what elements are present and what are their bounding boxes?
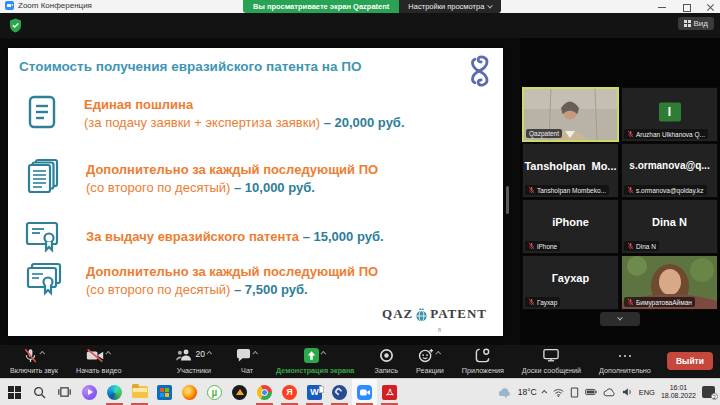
time: 16:01	[661, 384, 696, 392]
edge-app-button[interactable]	[102, 379, 127, 405]
documents-stack-icon	[24, 158, 62, 200]
acrobat-app-button[interactable]	[377, 379, 402, 405]
task-view-icon	[58, 386, 71, 398]
view-settings-button[interactable]: Настройки просмотра	[399, 0, 501, 13]
window-title: Zoom Конференция	[18, 1, 92, 10]
sidebar-resize-handle[interactable]	[506, 186, 509, 214]
chevron-down-icon	[617, 315, 623, 321]
muted-mic-icon	[528, 242, 535, 250]
word-icon: W	[307, 385, 322, 400]
participant-tile-sormanova[interactable]: s.ormanova@q... s.ormanova@qolday.kz	[621, 143, 718, 198]
chevron-up-icon[interactable]	[39, 351, 45, 357]
participants-icon	[176, 348, 193, 362]
yandex-app-button[interactable]: Я	[277, 379, 302, 405]
chrome-icon	[257, 385, 272, 400]
close-button[interactable]	[706, 3, 714, 11]
minimize-button[interactable]	[658, 3, 666, 11]
collapse-gallery-button[interactable]	[600, 312, 640, 326]
avatar: I	[659, 102, 681, 121]
reactions-icon	[418, 348, 434, 363]
phone-link-icon[interactable]	[570, 387, 579, 398]
fee-detail: (со второго по десятый)	[86, 282, 234, 297]
maximize-button[interactable]	[682, 3, 690, 11]
chat-button[interactable]: Чат	[230, 345, 264, 378]
word-app-button[interactable]: W	[302, 379, 327, 405]
whiteboards-button[interactable]: Доски сообщений	[516, 345, 587, 378]
chevron-up-icon[interactable]	[106, 351, 112, 357]
apps-button[interactable]: Приложения	[456, 345, 510, 378]
participant-tile-aruzhan[interactable]: I Aruzhan Ulkhanova Q...	[621, 87, 718, 142]
fee-heading: Единая пошлина	[84, 97, 193, 112]
store-app-button[interactable]	[152, 379, 177, 405]
onedrive-icon[interactable]	[603, 388, 616, 397]
view-button[interactable]: Вид	[678, 17, 714, 30]
chevron-up-icon[interactable]	[436, 351, 442, 357]
participant-tile-qazpatent[interactable]: Qazpatent	[522, 87, 619, 142]
participant-tile-tansholpan[interactable]: Tansholpan Mo... Tansholpan Mombeko...	[522, 143, 619, 198]
participant-name: БимуратоваАйман	[636, 299, 692, 306]
certificate-icon	[24, 216, 62, 258]
muted-mic-icon	[627, 186, 634, 194]
chrome-app-button[interactable]	[252, 379, 277, 405]
participant-tile-gaukhar[interactable]: Гаухар Гаухар	[522, 255, 619, 310]
muted-mic-icon	[528, 298, 535, 306]
muted-mic-icon	[627, 242, 634, 250]
participants-button[interactable]: 20 Участники	[170, 345, 218, 378]
fee-heading: Дополнительно за каждый последующий ПО	[86, 264, 378, 279]
temperature[interactable]: 18°C	[518, 387, 537, 397]
language-indicator[interactable]: ENG	[639, 388, 655, 397]
notification-badge: 2	[711, 393, 718, 400]
unmute-button[interactable]: Включить звук	[4, 345, 64, 378]
weather-icon[interactable]	[498, 387, 512, 398]
grid-view-icon	[684, 20, 691, 27]
certificates-stack-icon	[24, 260, 62, 302]
alice-app-button[interactable]	[77, 379, 102, 405]
viewing-screen-banner[interactable]: Вы просматриваете экран Qazpatent	[243, 0, 399, 13]
zoom-icon	[357, 385, 372, 400]
utorrent-icon: µ	[207, 385, 222, 400]
notification-center-icon[interactable]: 2	[702, 386, 715, 398]
participant-tile-dina[interactable]: Dina N Dina N	[621, 199, 718, 254]
system-tray: 18°C ENG 16:01 18.08.2022 2	[498, 384, 720, 400]
fee-amount: – 10,000 руб.	[234, 180, 315, 195]
record-button[interactable]: Запись	[368, 345, 404, 378]
participant-tile-iphone[interactable]: iPhone iPhone	[522, 199, 619, 254]
chevron-up-icon[interactable]	[321, 351, 327, 357]
search-button[interactable]	[27, 379, 52, 405]
video-off-icon	[86, 348, 104, 363]
battery-icon[interactable]	[585, 388, 597, 396]
aimp-app-button[interactable]	[227, 379, 252, 405]
participant-count: 20	[196, 349, 205, 359]
wifi-icon[interactable]	[553, 388, 564, 397]
fee-item: Дополнительно за каждый последующий ПО (…	[24, 260, 378, 302]
microsoft-store-icon	[157, 385, 172, 400]
security-shield-icon[interactable]	[9, 18, 22, 37]
fee-detail: (со второго по десятый)	[86, 180, 234, 195]
share-screen-button[interactable]: Демонстрация экрана	[270, 345, 360, 378]
task-view-button[interactable]	[52, 379, 77, 405]
zoom-taskbar-button[interactable]	[352, 379, 377, 405]
fee-heading: Дополнительно за каждый последующий ПО	[86, 162, 378, 177]
more-button[interactable]: Дополнительно	[593, 345, 657, 378]
firefox-app-button[interactable]	[177, 379, 202, 405]
kazakh-ornament-icon	[465, 53, 493, 93]
fee-amount: – 15,000 руб.	[303, 229, 384, 244]
record-icon	[379, 348, 394, 363]
start-button[interactable]	[2, 379, 27, 405]
leave-meeting-button[interactable]: Выйти	[667, 352, 713, 370]
shared-screen-area: Стоимость получения евразийского патента…	[0, 38, 720, 345]
speaker-icon[interactable]	[622, 387, 633, 397]
participant-tile-bimuratova[interactable]: БимуратоваАйман	[621, 255, 718, 310]
chevron-up-icon[interactable]	[253, 351, 259, 357]
explorer-app-button[interactable]	[127, 379, 152, 405]
show-hidden-icons[interactable]	[541, 390, 547, 396]
start-video-button[interactable]: Начать видео	[70, 345, 128, 378]
reactions-button[interactable]: Реакции	[410, 345, 450, 378]
swirl-app-button[interactable]	[327, 379, 352, 405]
fee-heading: За выдачу евразийского патента	[86, 229, 303, 244]
chevron-up-icon[interactable]	[207, 351, 213, 357]
participant-name: Qazpatent	[529, 130, 559, 137]
utorrent-app-button[interactable]: µ	[202, 379, 227, 405]
file-explorer-icon	[132, 386, 148, 398]
clock[interactable]: 16:01 18.08.2022	[661, 384, 696, 400]
